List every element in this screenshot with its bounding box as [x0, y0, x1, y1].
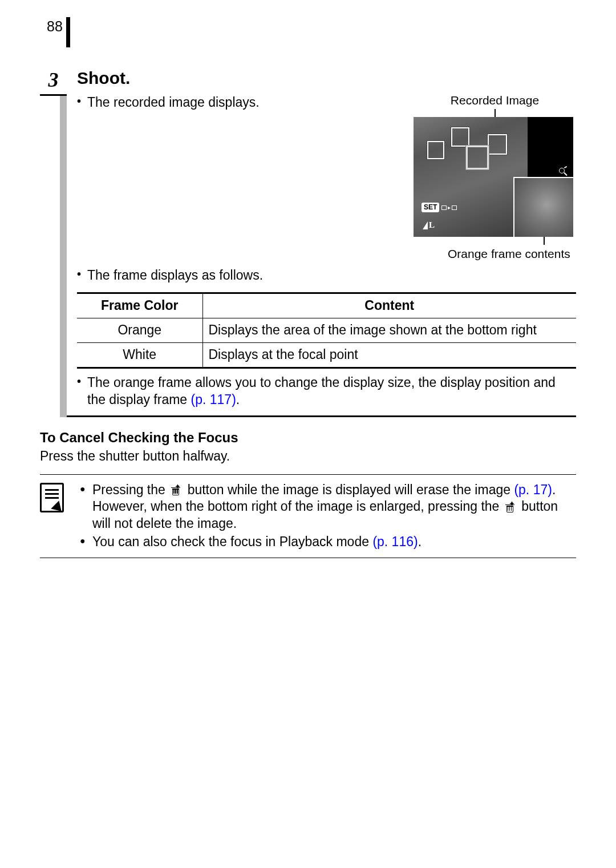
note-block: ● Pressing the ✦ button while the image …	[40, 474, 576, 559]
bullet-orange-frame-note: • The orange frame allows you to change …	[77, 374, 576, 409]
camera-preview: SET ▸ L	[414, 117, 573, 237]
table-row: Orange Displays the area of the image sh…	[77, 318, 576, 342]
focus-frame-white	[488, 134, 507, 155]
cancel-heading: To Cancel Checking the Focus	[40, 429, 576, 446]
callout-recorded-image: Recorded Image	[414, 92, 576, 108]
callout-line	[495, 109, 496, 117]
erase-icon: ✦	[170, 484, 183, 496]
quality-indicator: L	[423, 220, 435, 231]
magnify-icon	[558, 167, 569, 177]
note-icon	[40, 483, 64, 512]
focus-frame-white	[427, 141, 444, 159]
table-head-color: Frame Color	[77, 293, 202, 318]
step-number: 3	[40, 67, 67, 96]
frame-color-table: Frame Color Content Orange Displays the …	[77, 292, 576, 369]
set-indicator: SET ▸	[422, 203, 457, 213]
table-head-content: Content	[202, 293, 576, 318]
page-ref-link[interactable]: (p. 117)	[191, 392, 236, 407]
note-item: ● Pressing the ✦ button while the image …	[80, 482, 576, 533]
bullet-frame-displays: • The frame displays as follows.	[77, 267, 576, 284]
focus-frame-white	[451, 127, 469, 147]
page-ref-link[interactable]: (p. 116)	[372, 534, 418, 549]
step-sidebar	[60, 96, 67, 417]
page-ref-link[interactable]: (p. 17)	[514, 482, 552, 497]
page-number: 88	[40, 17, 70, 47]
note-item: ● You can also check the focus in Playba…	[80, 534, 576, 551]
callout-orange-frame: Orange frame contents	[414, 246, 576, 261]
focus-frame-orange	[466, 146, 489, 169]
erase-icon: ✦	[504, 501, 517, 514]
step-3: 3 Shoot. • The recorded image displays. …	[40, 67, 576, 418]
step-title: Shoot.	[77, 67, 576, 89]
bullet-recorded-image: • The recorded image displays.	[77, 94, 402, 111]
cancel-body: Press the shutter button halfway.	[40, 448, 576, 465]
table-row: White Displays at the focal point	[77, 342, 576, 368]
page-header: 88	[40, 17, 576, 47]
zoom-inset	[513, 177, 573, 237]
callout-line	[544, 237, 545, 245]
